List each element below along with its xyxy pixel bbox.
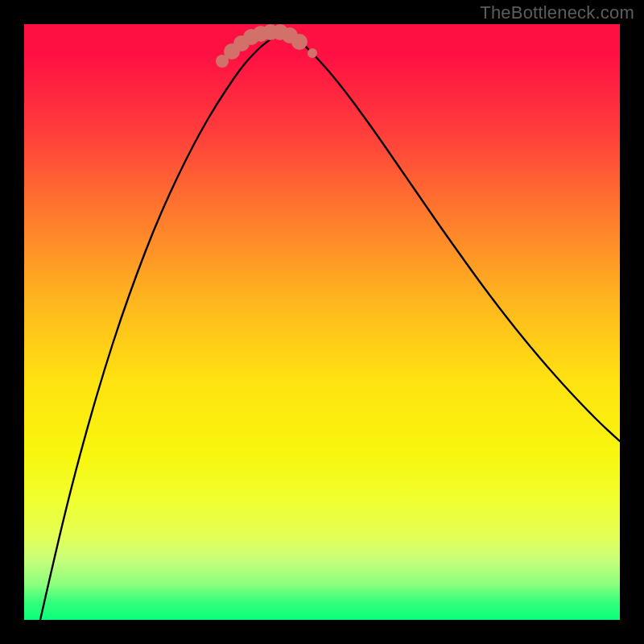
curve-layer bbox=[24, 24, 620, 620]
watermark-label: TheBottleneck.com bbox=[480, 2, 634, 23]
bottleneck-curve bbox=[40, 35, 620, 620]
trough-marker bbox=[308, 48, 317, 58]
plot-area bbox=[24, 24, 620, 620]
chart-frame: TheBottleneck.com bbox=[0, 0, 644, 644]
trough-marker bbox=[291, 34, 308, 50]
trough-marker-group bbox=[216, 24, 317, 68]
